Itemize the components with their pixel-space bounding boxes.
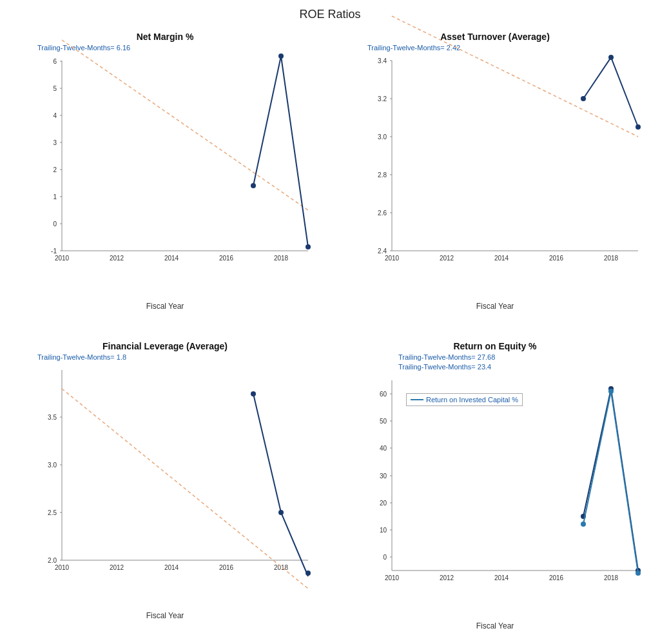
roic-legend-label: Return on Invested Capital % (426, 396, 518, 404)
asset-turnover-area: 2.4 2.6 2.8 3.0 3.2 3.4 2010 2012 2014 2… (367, 54, 647, 282)
financial-leverage-x-label: Fiscal Year (6, 611, 324, 620)
svg-text:40: 40 (380, 445, 387, 452)
svg-text:4: 4 (53, 112, 57, 119)
return-on-equity-x-label: Fiscal Year (336, 621, 654, 630)
svg-text:3.0: 3.0 (48, 462, 57, 469)
svg-point-48 (608, 55, 614, 60)
svg-text:60: 60 (380, 391, 387, 398)
net-margin-area: -1 0 1 2 3 4 5 6 2010 2012 201 (37, 54, 317, 282)
svg-text:2018: 2018 (604, 255, 619, 262)
return-on-equity-svg: 0 10 20 30 40 50 60 2010 2012 2014 2016 (367, 374, 645, 600)
svg-text:2012: 2012 (440, 574, 454, 581)
svg-point-24 (251, 183, 256, 188)
svg-text:2018: 2018 (604, 574, 619, 581)
svg-text:2010: 2010 (55, 255, 70, 262)
svg-text:2016: 2016 (219, 255, 234, 262)
roe-ttm1: Trailing-Twelve-Months= 27.68 (398, 353, 654, 362)
svg-text:3: 3 (53, 139, 57, 146)
svg-line-23 (62, 40, 308, 210)
asset-turnover-ttm: Trailing-Twelve-Months= 2.42 (367, 43, 654, 53)
svg-text:2014: 2014 (164, 564, 179, 571)
svg-point-26 (306, 244, 311, 249)
svg-text:2.5: 2.5 (48, 509, 57, 516)
svg-text:30: 30 (380, 473, 387, 480)
svg-text:2012: 2012 (110, 255, 124, 262)
svg-text:10: 10 (380, 527, 387, 534)
svg-text:1: 1 (53, 193, 57, 200)
financial-leverage-title: Financial Leverage (Average) (6, 341, 324, 351)
svg-text:2014: 2014 (494, 574, 509, 581)
svg-point-47 (581, 96, 586, 101)
net-margin-x-label: Fiscal Year (6, 302, 324, 311)
svg-text:2.4: 2.4 (378, 248, 387, 255)
roe-ttm2: Trailing-Twelve-Months= 23.4 (398, 362, 654, 372)
roic-legend: Return on Invested Capital % (406, 393, 523, 406)
svg-point-66 (251, 391, 256, 396)
svg-text:2014: 2014 (164, 255, 179, 262)
svg-text:3.2: 3.2 (378, 95, 387, 102)
svg-text:0: 0 (53, 220, 57, 228)
svg-text:5: 5 (53, 85, 57, 92)
svg-text:2018: 2018 (274, 564, 289, 571)
svg-point-95 (608, 389, 614, 394)
svg-text:2012: 2012 (440, 255, 454, 262)
asset-turnover-title: Asset Turnover (Average) (336, 32, 654, 42)
svg-point-25 (278, 54, 284, 59)
svg-text:3.4: 3.4 (378, 57, 387, 64)
svg-text:2.8: 2.8 (378, 171, 387, 179)
svg-text:-1: -1 (51, 248, 57, 255)
asset-turnover-svg: 2.4 2.6 2.8 3.0 3.2 3.4 2010 2012 2014 2… (367, 54, 645, 280)
return-on-equity-area: Return on Invested Capital % 0 10 20 (367, 374, 647, 602)
svg-text:3.0: 3.0 (378, 133, 387, 141)
financial-leverage-ttm: Trailing-Twelve-Months= 1.8 (37, 353, 324, 362)
svg-text:2016: 2016 (549, 574, 564, 581)
page-title: ROE Ratios (0, 0, 660, 25)
svg-text:2.0: 2.0 (48, 557, 57, 564)
return-on-equity-chart: Return on Equity % Trailing-Twelve-Month… (330, 335, 660, 644)
svg-text:2016: 2016 (549, 255, 564, 262)
financial-leverage-svg: 2.0 2.5 3.0 3.5 2010 2012 2014 2016 2018 (37, 364, 315, 589)
svg-text:2014: 2014 (494, 255, 509, 262)
svg-text:50: 50 (380, 418, 387, 425)
svg-point-49 (636, 124, 641, 130)
net-margin-ttm: Trailing-Twelve-Months= 6.16 (37, 43, 324, 53)
svg-text:2010: 2010 (385, 574, 400, 581)
svg-text:0: 0 (383, 554, 387, 561)
net-margin-title: Net Margin % (6, 32, 324, 42)
svg-text:20: 20 (380, 500, 387, 507)
financial-leverage-chart: Financial Leverage (Average) Trailing-Tw… (0, 335, 330, 644)
svg-text:3.5: 3.5 (48, 414, 57, 421)
svg-text:2: 2 (53, 166, 57, 173)
financial-leverage-area: 2.0 2.5 3.0 3.5 2010 2012 2014 2016 2018 (37, 364, 317, 592)
svg-text:2010: 2010 (55, 564, 70, 571)
svg-text:2016: 2016 (219, 564, 234, 571)
svg-text:2012: 2012 (110, 564, 124, 571)
net-margin-svg: -1 0 1 2 3 4 5 6 2010 2012 201 (37, 54, 315, 280)
svg-line-65 (62, 389, 308, 589)
svg-point-94 (581, 522, 586, 527)
svg-text:2018: 2018 (274, 255, 289, 262)
svg-text:2010: 2010 (385, 255, 400, 262)
svg-point-68 (306, 571, 311, 576)
return-on-equity-title: Return on Equity % (336, 341, 654, 351)
net-margin-chart: Net Margin % Trailing-Twelve-Months= 6.1… (0, 25, 330, 335)
svg-point-96 (636, 571, 641, 576)
charts-grid: Net Margin % Trailing-Twelve-Months= 6.1… (0, 25, 660, 644)
svg-point-67 (278, 510, 284, 515)
svg-text:2.6: 2.6 (378, 210, 387, 217)
svg-text:6: 6 (53, 58, 57, 65)
asset-turnover-chart: Asset Turnover (Average) Trailing-Twelve… (330, 25, 660, 335)
asset-turnover-x-label: Fiscal Year (336, 302, 654, 311)
